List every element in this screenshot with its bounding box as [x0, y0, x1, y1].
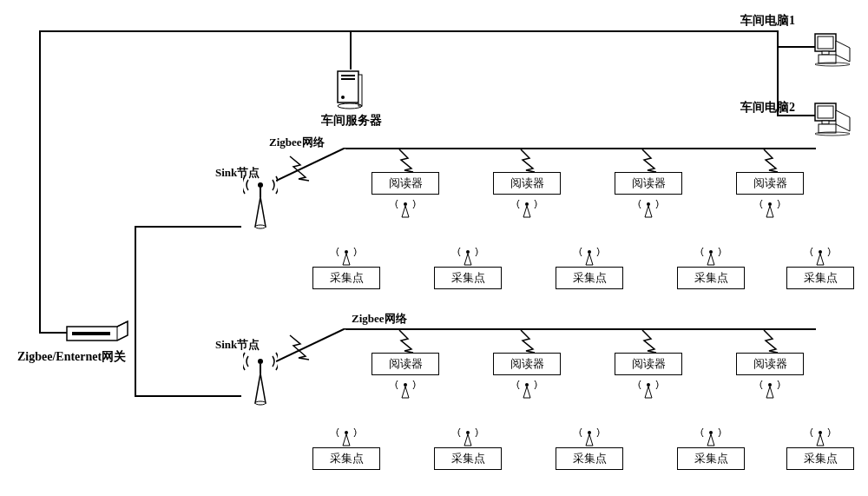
svg-rect-14 — [819, 124, 836, 133]
reader-antenna-icon — [758, 195, 782, 219]
lightning-icon — [517, 149, 536, 174]
collection-box: 采集点 — [677, 267, 745, 289]
collection-antenna-icon — [334, 242, 358, 267]
reader-box: 阅读器 — [736, 353, 804, 375]
svg-point-4 — [341, 96, 345, 99]
reader-box: 阅读器 — [372, 172, 439, 195]
workshop-pc2-label: 车间电脑2 — [740, 100, 795, 116]
lightning-icon — [517, 330, 536, 354]
lightning-icon — [286, 155, 312, 182]
collection-antenna-icon — [808, 423, 832, 447]
svg-point-19 — [255, 225, 266, 228]
lightning-icon — [639, 149, 658, 174]
svg-point-31 — [255, 401, 266, 405]
pc2-icon — [812, 100, 855, 136]
collection-antenna-icon — [334, 423, 358, 447]
collection-antenna-icon — [699, 242, 723, 267]
collection-box: 采集点 — [677, 447, 745, 470]
lightning-icon — [760, 149, 779, 174]
collection-box: 采集点 — [434, 447, 502, 470]
collection-antenna-icon — [577, 423, 602, 447]
sink-antenna-icon — [243, 169, 278, 230]
sink-antenna-icon — [243, 346, 278, 407]
server-icon — [334, 69, 365, 109]
svg-rect-8 — [822, 51, 829, 55]
collection-box: 采集点 — [556, 447, 623, 470]
collection-box: 采集点 — [312, 267, 380, 289]
collection-box: 采集点 — [786, 447, 854, 470]
reader-box: 阅读器 — [372, 353, 439, 375]
workshop-server-label: 车间服务器 — [321, 113, 382, 129]
reader-antenna-icon — [758, 375, 782, 400]
collection-box: 采集点 — [312, 447, 380, 470]
gateway-icon — [65, 320, 131, 346]
lightning-icon — [286, 334, 312, 361]
reader-antenna-icon — [393, 375, 418, 400]
lightning-icon — [760, 330, 779, 354]
lightning-icon — [639, 330, 658, 354]
lightning-icon — [396, 149, 415, 174]
svg-rect-2 — [341, 75, 355, 76]
reader-antenna-icon — [515, 195, 539, 219]
reader-box: 阅读器 — [615, 172, 682, 195]
collection-antenna-icon — [699, 423, 723, 447]
collection-box: 采集点 — [556, 267, 623, 289]
collection-antenna-icon — [577, 242, 602, 267]
workshop-pc1-label: 车间电脑1 — [740, 13, 795, 29]
reader-box: 阅读器 — [615, 353, 682, 375]
lightning-icon — [396, 330, 415, 354]
collection-antenna-icon — [808, 242, 832, 267]
pc1-icon — [812, 30, 855, 67]
svg-rect-1 — [358, 75, 362, 106]
svg-point-17 — [258, 182, 263, 188]
svg-point-29 — [258, 359, 263, 364]
zigbee-network-label-2: Zigbee网络 — [352, 311, 407, 327]
svg-rect-3 — [341, 78, 355, 80]
svg-rect-13 — [822, 121, 829, 124]
reader-box: 阅读器 — [736, 172, 804, 195]
svg-rect-16 — [72, 332, 110, 335]
reader-antenna-icon — [636, 375, 661, 400]
svg-rect-7 — [818, 36, 833, 49]
collection-box: 采集点 — [786, 267, 854, 289]
reader-antenna-icon — [636, 195, 661, 219]
collection-antenna-icon — [456, 242, 480, 267]
reader-box: 阅读器 — [493, 172, 561, 195]
reader-antenna-icon — [393, 195, 418, 219]
collection-box: 采集点 — [434, 267, 502, 289]
reader-box: 阅读器 — [493, 353, 561, 375]
collection-antenna-icon — [456, 423, 480, 447]
svg-rect-9 — [819, 55, 836, 63]
reader-antenna-icon — [515, 375, 539, 400]
svg-rect-12 — [818, 106, 833, 118]
gateway-label: Zigbee/Enternet网关 — [17, 349, 126, 365]
